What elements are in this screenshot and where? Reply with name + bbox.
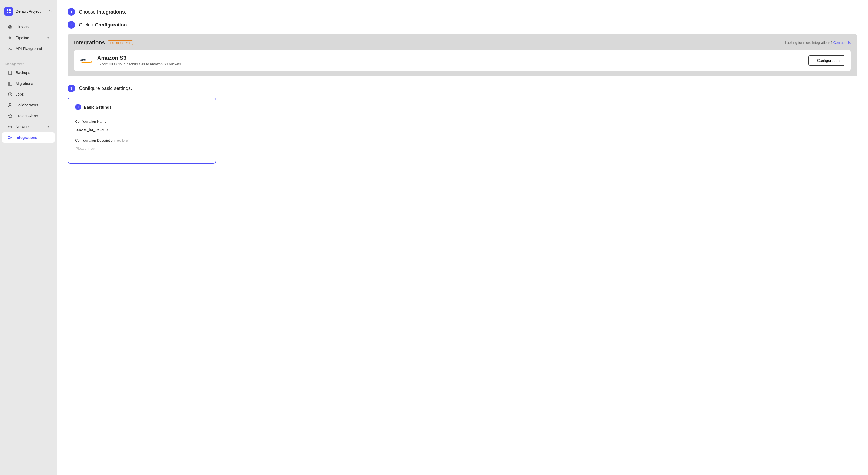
migrations-icon (7, 81, 12, 86)
svg-rect-11 (8, 82, 12, 85)
network-label: Network (16, 124, 29, 129)
step3-circle: 3 (67, 85, 75, 92)
integrations-icon (7, 135, 12, 140)
settings-header: 1 Basic Settings (75, 104, 209, 114)
step2-title: Click + Configuration. (79, 22, 128, 28)
pipeline-icon (7, 35, 12, 40)
integrations-panel-title: Integrations (74, 39, 105, 46)
svg-point-17 (8, 136, 9, 137)
step1-circle: 1 (67, 8, 75, 16)
api-playground-label: API Playground (16, 47, 42, 51)
svg-rect-9 (9, 71, 11, 75)
sidebar: Default Project ⌃↕ Clusters Pipeline ∨ (0, 0, 57, 475)
sidebar-item-collaborators[interactable]: Collaborators (2, 100, 55, 110)
integrations-panel-header: Integrations Enterprise Only Looking for… (74, 39, 851, 46)
config-desc-label: Configuration Description (optional) (75, 138, 209, 142)
config-desc-group: Configuration Description (optional) (75, 138, 209, 152)
collaborators-label: Collaborators (16, 103, 38, 107)
step1-title: Choose Integrations. (79, 9, 126, 15)
svg-point-15 (9, 103, 11, 105)
s3-description: Export Zilliz Cloud backup files to Amaz… (97, 62, 804, 66)
clusters-label: Clusters (16, 25, 29, 29)
settings-card-title: Basic Settings (84, 105, 112, 110)
sidebar-item-pipeline[interactable]: Pipeline ∨ (2, 33, 55, 43)
step1-bold: Integrations (97, 9, 125, 14)
migrations-label: Migrations (16, 81, 33, 86)
backups-label: Backups (16, 70, 30, 75)
sidebar-item-backups[interactable]: Backups (2, 67, 55, 78)
more-integrations-text: Looking for more integrations? (785, 40, 832, 44)
settings-card: 1 Basic Settings Configuration Name Conf… (67, 97, 216, 164)
jobs-label: Jobs (16, 92, 24, 96)
svg-rect-1 (9, 9, 10, 11)
svg-text:aws: aws (80, 58, 87, 62)
config-name-input[interactable] (75, 126, 209, 133)
step2-header: 2 Click + Configuration. (67, 21, 857, 29)
integrations-title-area: Integrations Enterprise Only (74, 39, 133, 46)
svg-point-19 (11, 137, 12, 138)
config-name-label: Configuration Name (75, 119, 209, 123)
project-icon (4, 7, 13, 16)
collaborators-icon (7, 103, 12, 108)
sidebar-item-clusters[interactable]: Clusters (2, 22, 55, 32)
svg-line-20 (9, 137, 10, 137)
settings-step-badge: 1 (75, 104, 81, 110)
svg-line-21 (9, 138, 10, 139)
network-chevron-icon: ∨ (47, 125, 49, 129)
svg-rect-2 (7, 11, 8, 13)
step1-prefix: Choose (79, 9, 97, 14)
config-desc-label-text: Configuration Description (75, 138, 115, 142)
main-content: 1 Choose Integrations. 2 Click + Configu… (57, 0, 868, 475)
api-playground-icon (7, 46, 12, 51)
svg-point-18 (8, 138, 9, 139)
config-desc-input[interactable] (75, 145, 209, 152)
svg-point-5 (9, 27, 10, 28)
s3-card: aws Amazon S3 Export Zilliz Cloud backup… (74, 50, 851, 71)
project-selector[interactable]: Default Project ⌃↕ (0, 4, 57, 19)
step1-header: 1 Choose Integrations. (67, 8, 857, 16)
config-name-group: Configuration Name (75, 119, 209, 133)
step2-prefix: Click (79, 22, 91, 28)
enterprise-badge: Enterprise Only (107, 40, 133, 45)
sidebar-item-network[interactable]: Network ∨ (2, 122, 55, 132)
step2-bold: + Configuration (91, 22, 127, 28)
add-configuration-button[interactable]: + Configuration (808, 55, 845, 66)
pipeline-chevron-icon: ∨ (47, 36, 49, 40)
more-integrations: Looking for more integrations? Contact U… (785, 40, 851, 44)
step3-title: Configure basic settings. (79, 86, 132, 91)
backups-icon (7, 70, 12, 75)
jobs-icon (7, 92, 12, 97)
clusters-icon (7, 25, 12, 29)
sidebar-item-jobs[interactable]: Jobs (2, 89, 55, 99)
sidebar-item-integrations[interactable]: Integrations (2, 132, 55, 143)
step2-circle: 2 (67, 21, 75, 29)
config-desc-optional: (optional) (117, 139, 130, 142)
sidebar-item-migrations[interactable]: Migrations (2, 78, 55, 89)
management-section-label: Management (0, 59, 57, 67)
step3-header: 3 Configure basic settings. (67, 85, 857, 92)
step1-suffix: . (125, 9, 126, 14)
pipeline-label: Pipeline (16, 36, 29, 40)
step3-title-text: Configure basic settings. (79, 86, 132, 91)
sidebar-item-project-alerts[interactable]: Project Alerts (2, 111, 55, 121)
s3-info: Amazon S3 Export Zilliz Cloud backup fil… (97, 55, 804, 66)
s3-name: Amazon S3 (97, 55, 804, 61)
svg-rect-0 (7, 9, 8, 11)
svg-rect-3 (9, 11, 10, 13)
step2-suffix: . (127, 22, 128, 28)
network-icon (7, 124, 12, 129)
aws-logo-svg: aws (80, 57, 93, 65)
sidebar-divider (4, 56, 53, 57)
project-name: Default Project (16, 9, 45, 13)
project-chevron-icon: ⌃↕ (48, 9, 53, 13)
sidebar-item-api-playground[interactable]: API Playground (2, 43, 55, 54)
integrations-panel: Integrations Enterprise Only Looking for… (67, 34, 857, 77)
contact-us-link[interactable]: Contact Us (833, 40, 851, 44)
project-alerts-label: Project Alerts (16, 114, 38, 118)
aws-logo: aws (80, 57, 93, 65)
integrations-label: Integrations (16, 136, 37, 140)
project-alerts-icon (7, 114, 12, 118)
